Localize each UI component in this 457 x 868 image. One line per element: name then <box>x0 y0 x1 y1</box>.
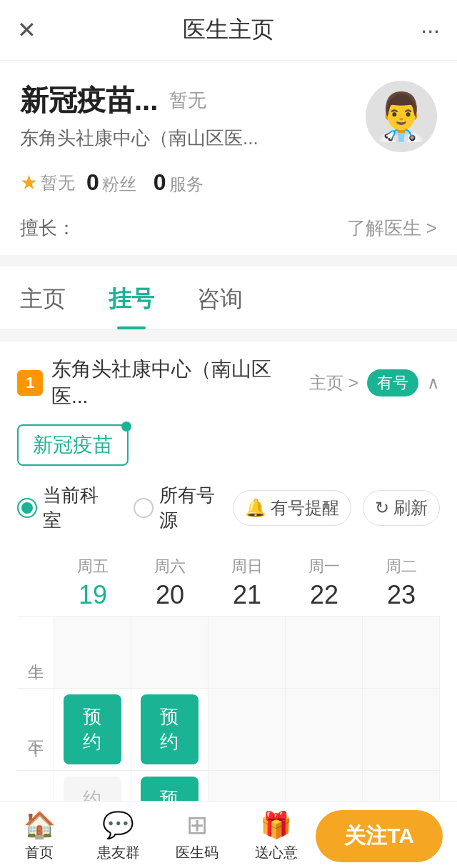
morning-cell-4 <box>363 617 440 688</box>
know-more-link[interactable]: 了解医生 > <box>347 216 437 241</box>
star-icon: ★ <box>20 171 38 194</box>
day-col-4: 周二 23 <box>363 550 440 616</box>
doctor-hospital: 东角头社康中心（南山区医... <box>20 126 366 151</box>
nav-patient-group[interactable]: 💬 患友群 <box>79 810 159 862</box>
nav-home[interactable]: 🏠 首页 <box>0 810 79 862</box>
tab-appointment[interactable]: 挂号 <box>109 266 154 329</box>
vaccine-dot <box>121 421 131 431</box>
avatar: 👨‍⚕️ <box>366 81 437 152</box>
nav-code-label: 医生码 <box>176 843 219 862</box>
tab-home[interactable]: 主页 <box>20 266 66 329</box>
filter-row: 当前科室 所有号源 🔔 有号提醒 ↻ 刷新 <box>17 483 440 533</box>
radio-inner <box>21 502 33 514</box>
day-col-0: 周五 19 <box>54 550 131 616</box>
doctor-stats: ★ 暂无 0 粉丝 0 服务 <box>20 169 437 196</box>
more-icon[interactable]: ··· <box>421 17 440 44</box>
home-icon: 🏠 <box>24 810 56 840</box>
nav-home-label: 首页 <box>25 843 54 862</box>
page-title: 医生主页 <box>183 14 274 46</box>
morning-cell-0 <box>54 617 131 688</box>
day-num-1: 20 <box>156 580 184 610</box>
reminder-label: 有号提醒 <box>271 497 339 519</box>
day-col-3: 周一 22 <box>286 550 363 616</box>
radio-group: 当前科室 所有号源 <box>17 483 233 533</box>
hospital-row: 1 东角头社康中心（南山区医... 主页 > 有号 ∧ <box>17 356 440 410</box>
bell-icon: 🔔 <box>245 498 266 518</box>
morning-cell-2 <box>209 617 286 688</box>
radio-circle-checked <box>17 498 37 518</box>
specialty-label: 擅长： <box>20 216 76 241</box>
doctor-level: 暂无 <box>169 88 206 113</box>
tab-consultation[interactable]: 咨询 <box>197 266 243 329</box>
radio-circle-empty <box>134 498 154 518</box>
qr-icon: ⊞ <box>186 810 208 840</box>
service-label: 服务 <box>169 173 204 196</box>
bottom-nav: 🏠 首页 💬 患友群 ⊞ 医生码 🎁 送心意 <box>0 810 316 862</box>
afternoon-cell-0[interactable]: 预约 <box>54 689 131 770</box>
afternoon-cell-3 <box>286 689 363 770</box>
refresh-label: 刷新 <box>393 497 428 519</box>
doctor-name: 新冠疫苗... <box>20 81 158 120</box>
fans-label: 粉丝 <box>102 173 136 196</box>
vaccine-tag-text: 新冠疫苗 <box>33 431 113 459</box>
morning-cell-3 <box>286 617 363 688</box>
doctor-info: 新冠疫苗... 暂无 东角头社康中心（南山区医... <box>20 81 366 151</box>
tabs-section: 主页 挂号 咨询 <box>0 266 457 330</box>
doctor-section: 新冠疫苗... 暂无 东角头社康中心（南山区医... 👨‍⚕️ ★ 暂无 0 粉… <box>0 61 457 255</box>
reminder-button[interactable]: 🔔 有号提醒 <box>233 490 351 526</box>
nav-gift[interactable]: 🎁 送心意 <box>237 810 316 862</box>
morning-label: 上午 <box>25 651 46 654</box>
fans-count: 0 <box>86 169 99 196</box>
follow-button[interactable]: 关注TA <box>316 810 443 862</box>
top-bar: ✕ 医生主页 ··· <box>0 0 457 61</box>
bottom-bar: 🏠 首页 💬 患友群 ⊞ 医生码 🎁 送心意 关注TA <box>0 801 457 868</box>
service-count: 0 <box>154 169 166 196</box>
afternoon-cell-2 <box>209 689 286 770</box>
day-num-2: 21 <box>233 580 261 610</box>
close-icon[interactable]: ✕ <box>17 16 36 44</box>
morning-time-label: 上午 <box>17 617 54 688</box>
afternoon-label: 下午 <box>25 728 46 731</box>
day-num-3: 22 <box>310 580 338 610</box>
morning-cell-1 <box>131 617 209 688</box>
day-label-3: 周一 <box>308 556 340 577</box>
hospital-name: 东角头社康中心（南山区医... <box>51 356 301 410</box>
afternoon-time-label: 下午 <box>17 689 54 770</box>
current-dept-label: 当前科室 <box>43 483 116 533</box>
day-num-0: 19 <box>79 580 107 610</box>
content-section: 1 东角头社康中心（南山区医... 主页 > 有号 ∧ 新冠疫苗 当前科室 <box>0 341 457 868</box>
action-buttons: 🔔 有号提醒 ↻ 刷新 <box>233 490 440 526</box>
gift-icon: 🎁 <box>260 810 292 840</box>
hospital-num-badge: 1 <box>17 370 43 396</box>
afternoon-cell-4 <box>363 689 440 770</box>
day-label-1: 周六 <box>154 556 186 577</box>
available-badge[interactable]: 有号 <box>367 369 418 396</box>
afternoon-cell-1[interactable]: 预约 <box>131 689 209 770</box>
refresh-icon: ↻ <box>375 498 389 518</box>
radio-current-dept[interactable]: 当前科室 <box>17 483 116 533</box>
day-col-1: 周六 20 <box>131 550 209 616</box>
day-label-2: 周日 <box>231 556 263 577</box>
vaccine-tag[interactable]: 新冠疫苗 <box>17 424 129 466</box>
nav-doctor-code[interactable]: ⊞ 医生码 <box>158 810 237 862</box>
homepage-link[interactable]: 主页 > <box>309 371 358 394</box>
collapse-icon[interactable]: ∧ <box>427 373 440 393</box>
book-button-afternoon-0[interactable]: 预约 <box>64 694 122 764</box>
nav-gift-label: 送心意 <box>255 843 298 862</box>
book-button-afternoon-1[interactable]: 预约 <box>141 694 199 764</box>
radio-all-sources[interactable]: 所有号源 <box>134 483 233 533</box>
afternoon-row: 下午 预约 预约 <box>17 688 440 770</box>
refresh-button[interactable]: ↻ 刷新 <box>363 490 440 526</box>
calendar-header: 周五 19 周六 20 周日 21 周一 22 周二 23 <box>17 550 440 616</box>
morning-row: 上午 <box>17 616 440 688</box>
day-label-4: 周二 <box>386 556 417 577</box>
day-col-2: 周日 21 <box>209 550 286 616</box>
day-label-0: 周五 <box>77 556 109 577</box>
all-sources-label: 所有号源 <box>159 483 233 533</box>
rating-label: 暂无 <box>41 171 75 194</box>
day-num-4: 23 <box>387 580 416 610</box>
nav-group-label: 患友群 <box>97 843 140 862</box>
avatar-icon: 👨‍⚕️ <box>373 90 430 144</box>
chat-icon: 💬 <box>102 810 134 840</box>
